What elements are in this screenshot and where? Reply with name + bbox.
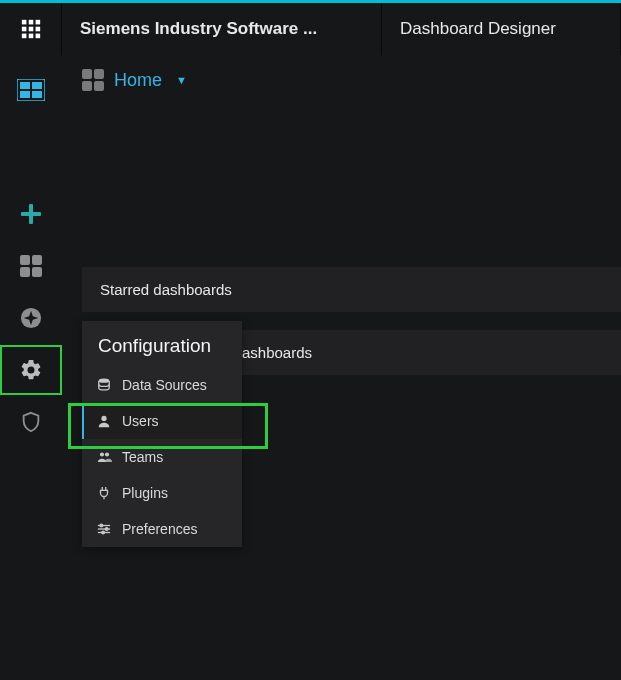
svg-rect-2	[35, 20, 40, 25]
config-item-users[interactable]: Users	[82, 403, 242, 439]
starred-panel-title: Starred dashboards	[100, 281, 232, 298]
sidebar-item-configuration[interactable]	[0, 345, 62, 395]
apps-button[interactable]	[0, 3, 62, 55]
sidebar-item-admin[interactable]	[0, 397, 62, 447]
config-item-plugins[interactable]: Plugins	[82, 475, 242, 511]
svg-rect-17	[32, 255, 42, 265]
configuration-menu-title: Configuration	[82, 321, 242, 367]
config-item-label: Teams	[122, 449, 163, 465]
squares-icon	[20, 255, 42, 277]
svg-rect-10	[20, 82, 30, 89]
svg-rect-12	[20, 91, 30, 98]
svg-point-26	[99, 378, 110, 382]
svg-rect-25	[94, 81, 104, 91]
svg-rect-5	[35, 27, 40, 32]
breadcrumb-home-label: Home	[114, 70, 162, 91]
caret-down-icon: ▼	[176, 74, 187, 86]
config-item-label: Data Sources	[122, 377, 207, 393]
svg-rect-18	[20, 267, 30, 277]
plug-icon	[96, 486, 112, 500]
apps-grid-icon	[20, 18, 42, 40]
sidebar-item-dashboards[interactable]	[0, 241, 62, 291]
svg-rect-4	[28, 27, 33, 32]
config-item-label: Plugins	[122, 485, 168, 501]
user-icon	[96, 414, 112, 428]
config-item-label: Users	[122, 413, 159, 429]
svg-rect-15	[21, 212, 41, 216]
svg-rect-16	[20, 255, 30, 265]
shield-icon	[20, 411, 42, 433]
svg-rect-8	[35, 34, 40, 39]
sidebar-item-dashboard[interactable]	[0, 65, 62, 115]
sidebar-item-explore[interactable]	[0, 293, 62, 343]
svg-point-28	[99, 452, 103, 456]
sidebar	[0, 55, 62, 680]
svg-point-31	[100, 524, 103, 527]
svg-rect-3	[21, 27, 26, 32]
plus-icon	[21, 204, 41, 224]
svg-rect-22	[82, 69, 92, 79]
svg-point-35	[102, 531, 105, 534]
compass-icon	[20, 307, 42, 329]
gear-icon	[19, 358, 43, 382]
svg-rect-19	[32, 267, 42, 277]
svg-rect-24	[82, 81, 92, 91]
svg-rect-13	[32, 91, 42, 98]
recent-panel-title-fragment: ashboards	[242, 344, 312, 361]
company-name[interactable]: Siemens Industry Software ...	[62, 3, 382, 55]
home-tiles-icon	[82, 69, 104, 91]
svg-point-27	[101, 416, 106, 421]
svg-rect-7	[28, 34, 33, 39]
topbar: Siemens Industry Software ... Dashboard …	[0, 0, 621, 55]
sidebar-item-create[interactable]	[0, 189, 62, 239]
config-item-label: Preferences	[122, 521, 197, 537]
app-name[interactable]: Dashboard Designer	[382, 3, 621, 55]
svg-rect-6	[21, 34, 26, 39]
svg-point-33	[105, 528, 108, 531]
breadcrumb[interactable]: Home ▼	[62, 55, 621, 105]
configuration-menu: Configuration Data Sources Users Teams P…	[82, 321, 242, 547]
starred-panel[interactable]: Starred dashboards	[82, 267, 621, 312]
config-item-preferences[interactable]: Preferences	[82, 511, 242, 547]
database-icon	[96, 378, 112, 392]
svg-rect-11	[32, 82, 42, 89]
config-item-teams[interactable]: Teams	[82, 439, 242, 475]
config-item-data-sources[interactable]: Data Sources	[82, 367, 242, 403]
svg-rect-23	[94, 69, 104, 79]
dashboard-panel-icon	[17, 79, 45, 101]
svg-rect-0	[21, 20, 26, 25]
sliders-icon	[96, 522, 112, 536]
svg-point-29	[104, 452, 108, 456]
svg-rect-1	[28, 20, 33, 25]
users-icon	[96, 450, 112, 464]
